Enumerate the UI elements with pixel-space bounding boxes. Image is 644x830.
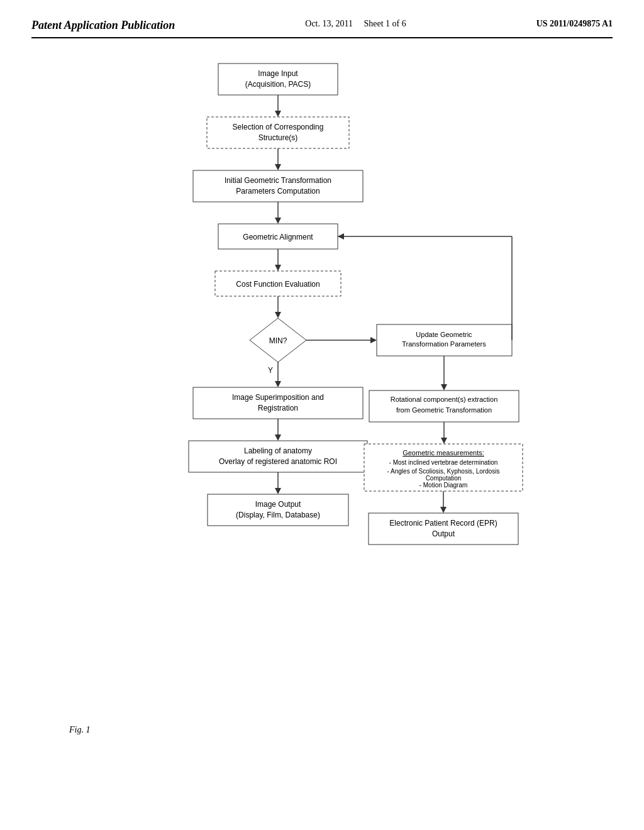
svg-text:Electronic Patient Record (EPR: Electronic Patient Record (EPR): [389, 519, 497, 528]
svg-text:Image Superimposition and: Image Superimposition and: [232, 393, 324, 402]
svg-text:Image Input: Image Input: [258, 69, 298, 78]
svg-marker-45: [275, 434, 281, 441]
svg-text:- Angles of Scoliosis, Kyphosi: - Angles of Scoliosis, Kyphosis, Lordosi…: [387, 468, 500, 475]
svg-text:Registration: Registration: [258, 404, 298, 412]
svg-text:Geometric Alignment: Geometric Alignment: [243, 233, 313, 241]
svg-rect-36: [193, 387, 363, 419]
svg-rect-10: [193, 170, 363, 202]
header-sheet: Sheet 1 of 6: [364, 19, 406, 28]
header: Patent Application Publication Oct. 13, …: [31, 19, 613, 38]
svg-text:(Display, Film, Database): (Display, Film, Database): [236, 511, 320, 519]
svg-text:Cost Function Evaluation: Cost Function Evaluation: [236, 280, 319, 289]
svg-rect-64: [369, 513, 518, 545]
svg-text:Structure(s): Structure(s): [258, 133, 298, 142]
svg-text:Labeling of anatomy: Labeling of anatomy: [244, 446, 312, 455]
header-patent: US 2011/0249875 A1: [536, 19, 613, 29]
svg-text:- Motion Diagram: - Motion Diagram: [419, 482, 468, 489]
svg-marker-40: [441, 384, 447, 390]
svg-text:Y: Y: [268, 366, 273, 375]
svg-marker-35: [275, 381, 281, 387]
svg-marker-63: [440, 507, 447, 513]
svg-marker-32: [338, 233, 344, 240]
svg-marker-14: [275, 218, 281, 224]
svg-rect-59: [208, 494, 348, 526]
svg-text:Parameters Computation: Parameters Computation: [236, 187, 319, 196]
svg-text:- Most inclined vertebrae dete: - Most inclined vertebrae determination: [389, 459, 498, 466]
svg-marker-9: [275, 164, 281, 170]
svg-text:MIN?: MIN?: [269, 336, 287, 345]
svg-text:Selection of Corresponding: Selection of Corresponding: [233, 123, 324, 131]
svg-marker-58: [275, 488, 281, 494]
svg-text:Rotational component(s) extrac: Rotational component(s) extraction: [391, 396, 498, 403]
header-title: Patent Application Publication: [31, 19, 175, 32]
header-date: Oct. 13, 2011: [305, 19, 353, 28]
fig-caption: Fig. 1: [69, 724, 613, 735]
fig-label: Fig. 1: [69, 725, 90, 734]
svg-text:Initial Geometric Transformati: Initial Geometric Transformation: [225, 176, 331, 185]
flowchart-svg: Image Input (Acquisition, PACS) Selectio…: [83, 57, 561, 717]
svg-text:Output: Output: [432, 529, 455, 538]
svg-marker-26: [370, 337, 377, 343]
svg-text:Image Output: Image Output: [255, 500, 301, 509]
svg-marker-18: [275, 265, 281, 271]
svg-marker-22: [275, 312, 281, 318]
svg-text:(Acquisition, PACS): (Acquisition, PACS): [245, 80, 311, 89]
svg-text:Geometric measurements:: Geometric measurements:: [402, 449, 484, 456]
svg-rect-5: [207, 117, 349, 148]
flowchart-area: Image Input (Acquisition, PACS) Selectio…: [31, 57, 613, 717]
svg-text:from Geometric Transformation: from Geometric Transformation: [396, 406, 492, 414]
svg-text:Computation: Computation: [426, 475, 462, 482]
svg-text:Update Geometric: Update Geometric: [416, 331, 472, 338]
svg-marker-4: [275, 111, 281, 117]
svg-text:Overlay of registered anatomic: Overlay of registered anatomic ROI: [219, 457, 337, 466]
svg-text:Transformation Parameters: Transformation Parameters: [402, 340, 486, 348]
svg-rect-46: [189, 441, 367, 472]
svg-rect-0: [218, 64, 338, 95]
svg-marker-50: [441, 438, 447, 444]
page: Patent Application Publication Oct. 13, …: [0, 0, 644, 830]
header-date-sheet: Oct. 13, 2011 Sheet 1 of 6: [305, 19, 406, 29]
